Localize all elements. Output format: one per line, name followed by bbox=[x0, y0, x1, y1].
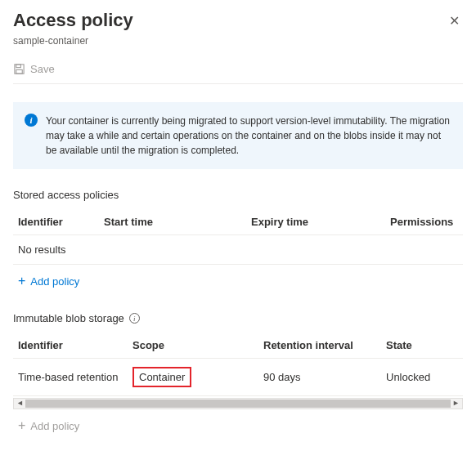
col-start-time: Start time bbox=[104, 216, 251, 228]
save-button: Save bbox=[13, 58, 463, 80]
scope-highlight: Container bbox=[132, 367, 191, 387]
svg-rect-1 bbox=[16, 65, 21, 68]
add-immutable-policy-button: + Add policy bbox=[13, 409, 463, 442]
table-header: Identifier Scope Retention interval Stat… bbox=[13, 333, 463, 359]
add-policy-label: Add policy bbox=[30, 275, 79, 288]
info-banner: i Your container is currently being migr… bbox=[13, 102, 463, 169]
no-results: No results bbox=[13, 235, 463, 265]
page-subtitle: sample-container bbox=[13, 35, 463, 47]
add-policy-label: Add policy bbox=[30, 420, 79, 432]
cell-identifier: Time-based retention bbox=[18, 371, 132, 383]
save-label: Save bbox=[30, 63, 55, 75]
plus-icon: + bbox=[18, 419, 25, 432]
plus-icon: + bbox=[18, 275, 25, 288]
cell-scope: Container bbox=[132, 367, 263, 387]
immutable-storage-title: Immutable blob storage i bbox=[13, 312, 463, 324]
col-identifier: Identifier bbox=[18, 339, 132, 351]
stored-policies-title: Stored access policies bbox=[13, 189, 463, 201]
close-icon: ✕ bbox=[449, 14, 460, 28]
save-icon bbox=[13, 63, 25, 75]
info-message: Your container is currently being migrat… bbox=[46, 115, 450, 156]
page-title: Access policy bbox=[13, 10, 133, 31]
col-state: State bbox=[386, 339, 458, 351]
col-identifier: Identifier bbox=[18, 216, 104, 228]
immutable-title-text: Immutable blob storage bbox=[13, 312, 124, 324]
stored-policies-table: Identifier Start time Expiry time Permis… bbox=[13, 209, 463, 265]
divider bbox=[13, 83, 463, 84]
cell-retention: 90 days bbox=[263, 371, 386, 383]
info-help-icon[interactable]: i bbox=[129, 313, 140, 324]
info-icon: i bbox=[25, 114, 38, 127]
col-scope: Scope bbox=[132, 339, 263, 351]
svg-rect-2 bbox=[16, 69, 23, 74]
col-permissions: Permissions bbox=[390, 216, 458, 228]
col-expiry-time: Expiry time bbox=[251, 216, 390, 228]
cell-state: Unlocked bbox=[386, 371, 458, 383]
col-retention: Retention interval bbox=[263, 339, 386, 351]
table-row[interactable]: Time-based retention Container 90 days U… bbox=[13, 359, 463, 396]
close-button[interactable]: ✕ bbox=[446, 10, 463, 32]
immutable-table: Identifier Scope Retention interval Stat… bbox=[13, 333, 463, 396]
horizontal-scrollbar[interactable] bbox=[13, 398, 463, 409]
table-header: Identifier Start time Expiry time Permis… bbox=[13, 209, 463, 235]
add-stored-policy-button[interactable]: + Add policy bbox=[13, 265, 463, 297]
